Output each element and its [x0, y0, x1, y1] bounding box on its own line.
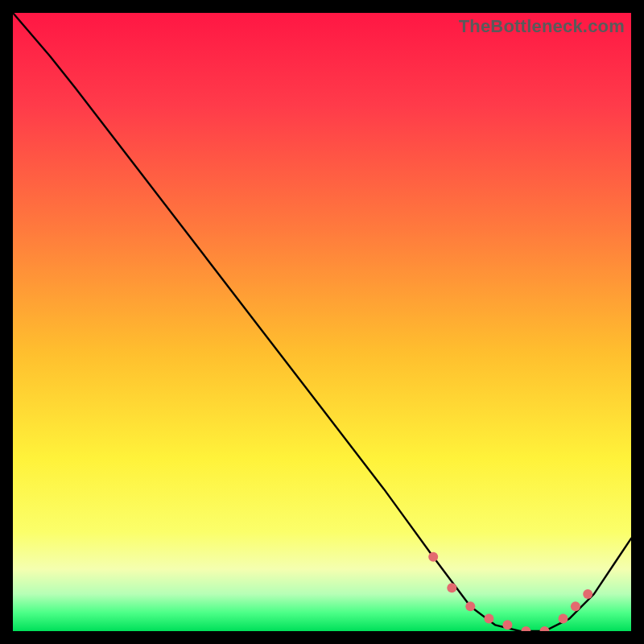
- flat-region-marker: [465, 601, 475, 611]
- flat-region-marker: [502, 620, 512, 630]
- flat-region-marker: [428, 552, 438, 562]
- flat-region-marker: [583, 589, 592, 599]
- chart-curve-layer: [13, 13, 631, 631]
- chart-frame: TheBottleneck.com: [13, 13, 631, 631]
- bottleneck-curve-line: [13, 13, 631, 631]
- flat-region-marker: [559, 614, 568, 624]
- flat-region-marker: [571, 601, 580, 611]
- flat-region-marker: [540, 626, 550, 631]
- flat-region-marker: [447, 583, 456, 592]
- flat-region-marker: [521, 626, 530, 631]
- flat-region-marker: [484, 614, 493, 624]
